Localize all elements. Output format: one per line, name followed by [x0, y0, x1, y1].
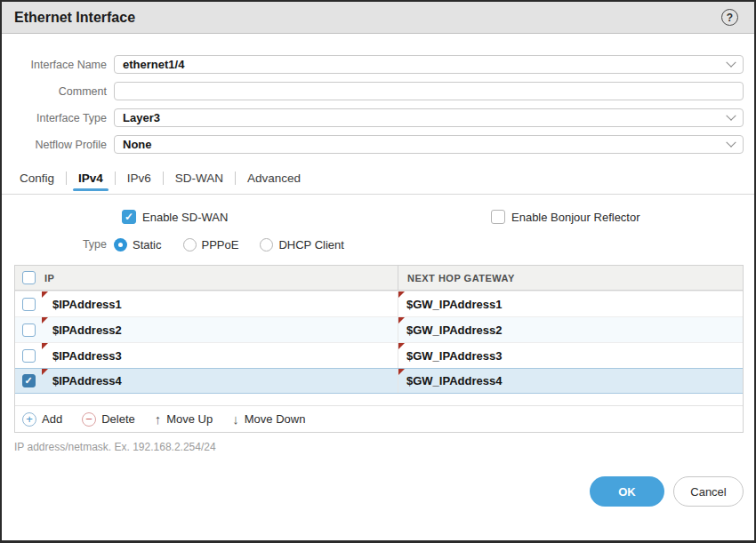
- arrow-down-icon: ↓: [232, 412, 239, 426]
- interface-name-value: ethernet1/4: [123, 58, 184, 71]
- interface-form: Interface Name ethernet1/4 Comment Inter…: [14, 55, 744, 154]
- ethernet-interface-dialog: Ethernet Interface ? Interface Name ethe…: [0, 0, 756, 543]
- add-button[interactable]: + Add: [22, 412, 62, 427]
- form-row-comment: Comment: [14, 82, 744, 100]
- ip-cell[interactable]: $IPAddress2: [42, 317, 398, 342]
- enable-bonjour-label: Enable Bonjour Reflector: [511, 211, 640, 224]
- netflow-profile-label: Netflow Profile: [14, 139, 114, 151]
- chevron-down-icon: [726, 57, 736, 67]
- radio-pppoe-label: PPPoE: [202, 238, 239, 252]
- dialog-body: Interface Name ethernet1/4 Comment Inter…: [2, 55, 754, 453]
- tab-ipv4[interactable]: IPv4: [67, 172, 115, 185]
- arrow-up-icon: ↑: [155, 412, 162, 426]
- variable-flag-icon: [398, 343, 405, 349]
- table-header: IP NEXT HOP GATEWAY: [15, 266, 743, 291]
- table-row[interactable]: $IPAddress2 $GW_IPAddress2: [15, 316, 743, 342]
- interface-type-value: Layer3: [123, 111, 160, 124]
- add-icon: +: [22, 412, 36, 427]
- row-checkbox[interactable]: [22, 349, 36, 363]
- dialog-titlebar: Ethernet Interface ?: [2, 2, 754, 34]
- tab-advanced[interactable]: Advanced: [236, 172, 312, 185]
- interface-type-select[interactable]: Layer3: [114, 108, 744, 127]
- table-empty-area: [15, 394, 743, 405]
- cancel-button[interactable]: Cancel: [673, 476, 744, 507]
- variable-flag-icon: [398, 369, 405, 375]
- table-toolbar: + Add − Delete ↑ Move Up ↓ Move Down: [15, 405, 743, 432]
- ok-button[interactable]: OK: [590, 476, 664, 507]
- delete-button[interactable]: − Delete: [82, 412, 135, 427]
- form-row-interface-name: Interface Name ethernet1/4: [14, 55, 744, 74]
- netflow-profile-select[interactable]: None: [114, 135, 744, 154]
- column-header-ip[interactable]: IP: [42, 266, 398, 290]
- variable-flag-icon: [398, 291, 405, 298]
- header-checkbox-cell: [15, 266, 42, 290]
- dialog-title: Ethernet Interface: [14, 10, 135, 26]
- gateway-cell[interactable]: $GW_IPAddress1: [398, 291, 743, 316]
- radio-static-label: Static: [133, 238, 162, 252]
- form-row-netflow-profile: Netflow Profile None: [14, 135, 744, 154]
- variable-flag-icon: [42, 291, 48, 298]
- radio-static[interactable]: Static: [114, 238, 162, 252]
- variable-flag-icon: [398, 317, 405, 323]
- radio-pppoe[interactable]: PPPoE: [183, 238, 239, 252]
- ip-cell[interactable]: $IPAddress3: [42, 343, 398, 368]
- checkbox-unchecked-icon: [491, 210, 505, 224]
- enable-sdwan-label: Enable SD-WAN: [142, 211, 228, 224]
- select-all-checkbox[interactable]: [22, 271, 36, 284]
- variable-flag-icon: [42, 317, 48, 323]
- netflow-profile-value: None: [123, 138, 152, 151]
- type-label: Type: [14, 238, 114, 251]
- type-radio-row: Type Static PPPoE DHCP Client: [14, 236, 744, 253]
- ip-cell[interactable]: $IPAddress4: [42, 369, 398, 393]
- table-row[interactable]: $IPAddress3 $GW_IPAddress3: [15, 342, 743, 368]
- tab-bar: Config IPv4 IPv6 SD-WAN Advanced: [14, 167, 744, 188]
- ip-cell[interactable]: $IPAddress1: [42, 291, 398, 316]
- radio-dhcp-label: DHCP Client: [278, 238, 343, 252]
- radio-selected-icon: [114, 238, 127, 252]
- form-row-interface-type: Interface Type Layer3: [14, 108, 744, 127]
- comment-label: Comment: [14, 85, 114, 98]
- enable-bonjour-checkbox[interactable]: Enable Bonjour Reflector: [491, 210, 640, 224]
- ip-address-table: IP NEXT HOP GATEWAY $IPAddress1 $GW_IPAd…: [14, 265, 744, 433]
- gateway-cell[interactable]: $GW_IPAddress4: [398, 369, 743, 393]
- variable-flag-icon: [42, 343, 48, 349]
- dialog-footer: OK Cancel: [590, 476, 744, 507]
- gateway-cell[interactable]: $GW_IPAddress3: [398, 343, 743, 368]
- gateway-cell[interactable]: $GW_IPAddress2: [398, 317, 743, 342]
- row-checkbox[interactable]: [22, 323, 36, 337]
- comment-input[interactable]: [114, 82, 744, 100]
- enable-sdwan-checkbox[interactable]: ✓ Enable SD-WAN: [122, 210, 228, 224]
- variable-flag-icon: [42, 369, 48, 375]
- chevron-down-icon: [726, 110, 736, 120]
- radio-unselected-icon: [260, 238, 273, 252]
- interface-name-label: Interface Name: [14, 59, 114, 71]
- help-icon[interactable]: ?: [721, 9, 738, 26]
- chevron-down-icon: [726, 137, 736, 147]
- table-row-selected[interactable]: ✓ $IPAddress4 $GW_IPAddress4: [15, 368, 743, 394]
- tab-ipv6[interactable]: IPv6: [116, 172, 163, 185]
- row-checkbox-checked[interactable]: ✓: [22, 374, 36, 387]
- radio-unselected-icon: [183, 238, 197, 252]
- radio-dhcp-client[interactable]: DHCP Client: [260, 238, 343, 252]
- checkbox-checked-icon: ✓: [122, 210, 136, 224]
- tab-config[interactable]: Config: [14, 172, 66, 185]
- row-checkbox[interactable]: [22, 298, 36, 311]
- move-up-button[interactable]: ↑ Move Up: [155, 412, 213, 426]
- ip-format-hint: IP address/netmask. Ex. 192.168.2.254/24: [14, 441, 744, 453]
- column-header-next-hop-gateway[interactable]: NEXT HOP GATEWAY: [398, 266, 743, 290]
- move-down-button[interactable]: ↓ Move Down: [232, 412, 305, 426]
- interface-type-label: Interface Type: [14, 112, 114, 124]
- checkbox-row: ✓ Enable SD-WAN Enable Bonjour Reflector: [14, 210, 744, 228]
- delete-icon: −: [82, 412, 96, 427]
- tab-sdwan[interactable]: SD-WAN: [164, 172, 235, 185]
- table-row[interactable]: $IPAddress1 $GW_IPAddress1: [15, 291, 743, 316]
- interface-name-select[interactable]: ethernet1/4: [114, 55, 744, 74]
- tab-separator-line: [2, 194, 754, 195]
